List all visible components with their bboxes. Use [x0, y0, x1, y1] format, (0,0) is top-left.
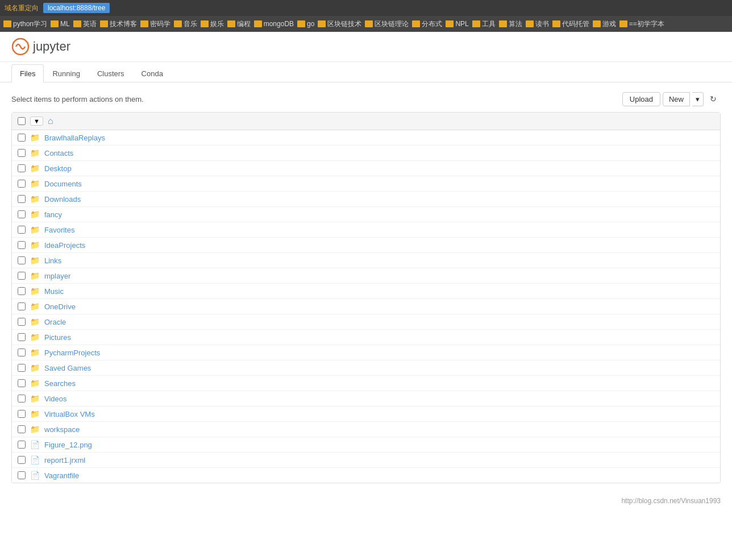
bookmark-item[interactable]: 工具 — [472, 19, 496, 29]
item-checkbox[interactable] — [18, 241, 26, 249]
item-checkbox[interactable] — [18, 333, 26, 341]
bookmark-item[interactable]: go — [297, 20, 314, 28]
bookmark-label: 算法 — [509, 19, 522, 29]
bookmarks-bar: python学习ML英语技术博客密码学音乐娱乐编程mongoDBgo区块链技术区… — [0, 16, 732, 32]
file-name-link[interactable]: BrawlhallaReplays — [44, 134, 105, 142]
list-item: 📁Favorites — [12, 222, 720, 238]
bookmark-label: 音乐 — [184, 19, 197, 29]
item-checkbox[interactable] — [18, 210, 26, 218]
file-name-link[interactable]: Favorites — [44, 226, 74, 234]
file-icon: 📄 — [30, 455, 40, 464]
bookmark-item[interactable]: mongoDB — [254, 20, 294, 28]
item-checkbox[interactable] — [18, 364, 26, 372]
file-name-link[interactable]: Vagrantfile — [44, 471, 79, 480]
item-checkbox[interactable] — [18, 395, 26, 403]
tab-clusters[interactable]: Clusters — [89, 64, 133, 82]
item-checkbox[interactable] — [18, 379, 26, 387]
bookmark-item[interactable]: 音乐 — [174, 19, 197, 29]
new-dropdown-button[interactable]: ▾ — [692, 92, 704, 106]
bookmark-item[interactable]: 分布式 — [412, 19, 442, 29]
item-checkbox[interactable] — [18, 456, 26, 464]
bookmark-item[interactable]: 密码学 — [140, 19, 170, 29]
item-checkbox[interactable] — [18, 318, 26, 326]
bookmark-item[interactable]: 读书 — [526, 19, 549, 29]
bookmark-item[interactable]: 编程 — [227, 19, 251, 29]
folder-bookmark-icon — [174, 20, 182, 27]
file-name-link[interactable]: Documents — [44, 180, 82, 188]
file-name-link[interactable]: Searches — [44, 379, 76, 388]
bookmark-item[interactable]: python学习 — [3, 19, 47, 29]
file-name-link[interactable]: Saved Games — [44, 364, 91, 372]
item-checkbox[interactable] — [18, 471, 26, 479]
item-checkbox[interactable] — [18, 149, 26, 157]
folder-icon: 📁 — [30, 256, 40, 265]
item-checkbox[interactable] — [18, 410, 26, 418]
upload-button[interactable]: Upload — [622, 92, 660, 106]
folder-bookmark-icon — [412, 20, 420, 27]
file-name-link[interactable]: VirtualBox VMs — [44, 410, 95, 418]
bookmark-item[interactable]: 游戏 — [593, 19, 616, 29]
list-item: 📄Figure_12.png — [12, 437, 720, 453]
folder-bookmark-icon — [140, 20, 148, 27]
file-name-link[interactable]: workspace — [44, 425, 80, 434]
file-name-link[interactable]: Downloads — [44, 195, 81, 204]
bookmark-item[interactable]: 代码托管 — [552, 19, 589, 29]
file-name-link[interactable]: Figure_12.png — [44, 441, 92, 449]
item-checkbox[interactable] — [18, 180, 26, 188]
file-name-link[interactable]: Videos — [44, 395, 67, 403]
bookmark-item[interactable]: 技术博客 — [100, 19, 137, 29]
select-all-checkbox[interactable] — [18, 117, 26, 125]
home-icon[interactable]: ⌂ — [48, 116, 53, 126]
item-checkbox[interactable] — [18, 349, 26, 356]
folder-icon: 📁 — [30, 225, 40, 234]
item-checkbox[interactable] — [18, 195, 26, 203]
new-button[interactable]: New — [663, 92, 690, 106]
item-checkbox[interactable] — [18, 164, 26, 172]
file-name-link[interactable]: Contacts — [44, 149, 73, 157]
folder-icon: 📁 — [30, 179, 40, 188]
bookmark-item[interactable]: 区块链技术 — [318, 19, 361, 29]
jupyter-logo[interactable]: jupyter — [11, 38, 70, 56]
bookmark-item[interactable]: NPL — [446, 20, 468, 28]
folder-icon: 📁 — [30, 379, 40, 388]
tab-conda[interactable]: Conda — [133, 64, 172, 82]
file-name-link[interactable]: IdeaProjects — [44, 241, 85, 250]
item-checkbox[interactable] — [18, 302, 26, 310]
folder-bookmark-icon — [446, 20, 454, 27]
file-name-link[interactable]: report1.jrxml — [44, 456, 85, 464]
bookmark-item[interactable]: 娱乐 — [201, 19, 224, 29]
bookmark-item[interactable]: 英语 — [73, 19, 97, 29]
bookmark-item[interactable]: 区块链理论 — [365, 19, 409, 29]
file-name-link[interactable]: Music — [44, 287, 64, 296]
item-checkbox[interactable] — [18, 256, 26, 264]
bookmark-label: 英语 — [83, 19, 97, 29]
file-name-link[interactable]: Desktop — [44, 164, 72, 173]
file-name-link[interactable]: fancy — [44, 210, 62, 219]
folder-bookmark-icon — [3, 20, 11, 27]
refresh-button[interactable]: ↻ — [706, 92, 721, 106]
bookmark-item[interactable]: ==初学字本 — [619, 19, 664, 29]
item-checkbox[interactable] — [18, 272, 26, 280]
bookmark-item[interactable]: 算法 — [499, 19, 522, 29]
file-name-link[interactable]: PycharmProjects — [44, 349, 100, 357]
bookmark-label: 代码托管 — [562, 19, 589, 29]
item-checkbox[interactable] — [18, 287, 26, 295]
list-item: 📁Oracle — [12, 314, 720, 330]
item-checkbox[interactable] — [18, 425, 26, 433]
file-name-link[interactable]: Pictures — [44, 333, 71, 342]
file-name-link[interactable]: OneDrive — [44, 302, 76, 311]
tab-running[interactable]: Running — [44, 64, 88, 82]
tab-files[interactable]: Files — [11, 64, 44, 82]
item-checkbox[interactable] — [18, 134, 26, 142]
file-name-link[interactable]: Oracle — [44, 318, 66, 326]
folder-icon: 📁 — [30, 425, 40, 434]
folder-bookmark-icon — [73, 20, 81, 27]
bookmark-item[interactable]: ML — [51, 20, 70, 28]
item-checkbox[interactable] — [18, 441, 26, 449]
folder-bookmark-icon — [318, 20, 326, 27]
sort-dropdown-button[interactable]: ▼ — [30, 117, 43, 126]
item-checkbox[interactable] — [18, 226, 26, 234]
file-name-link[interactable]: Links — [44, 256, 61, 265]
main-content: Select items to perform actions on them.… — [0, 82, 732, 492]
file-name-link[interactable]: mplayer — [44, 272, 70, 280]
